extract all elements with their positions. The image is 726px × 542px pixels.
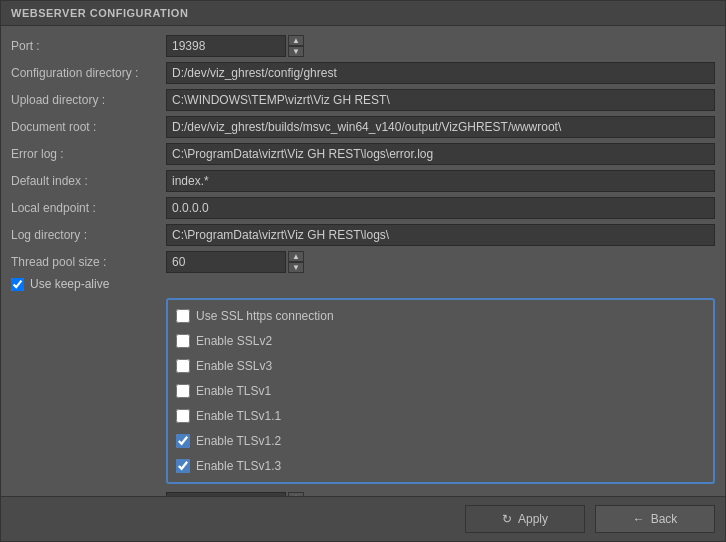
config-dir-row: Configuration directory : — [11, 61, 715, 85]
port-row: Port : ▲ ▼ — [11, 34, 715, 58]
upload-dir-input[interactable] — [166, 89, 715, 111]
log-dir-label: Log directory : — [11, 228, 166, 242]
config-dir-input[interactable] — [166, 62, 715, 84]
content-area: Port : ▲ ▼ Configuration directory : Upl… — [1, 26, 725, 496]
apply-button[interactable]: ↻ Apply — [465, 505, 585, 533]
thread-pool-input[interactable] — [166, 251, 286, 273]
ssl-v3-checkbox[interactable] — [176, 359, 190, 373]
footer: ↻ Apply ← Back — [1, 496, 725, 541]
error-log-label: Error log : — [11, 147, 166, 161]
local-endpoint-label: Local endpoint : — [11, 201, 166, 215]
ssl-options-box: Use SSL https connection Enable SSLv2 En… — [166, 298, 715, 484]
tls-v1-1-row: Enable TLSv1.1 — [176, 405, 705, 427]
thread-pool-spinner-btns: ▲ ▼ — [288, 251, 304, 273]
back-button[interactable]: ← Back — [595, 505, 715, 533]
tls-v1-3-row: Enable TLSv1.3 — [176, 455, 705, 477]
tls-v1-3-label[interactable]: Enable TLSv1.3 — [196, 459, 281, 473]
port-spinner-btns: ▲ ▼ — [288, 35, 304, 57]
thread-pool-increment[interactable]: ▲ — [288, 251, 304, 262]
doc-root-input[interactable] — [166, 116, 715, 138]
thread-pool-spinner-group: ▲ ▼ — [166, 251, 304, 273]
local-endpoint-input[interactable] — [166, 197, 715, 219]
title-bar: WEBSERVER CONFIGURATION — [1, 1, 725, 26]
ssl-v2-row: Enable SSLv2 — [176, 330, 705, 352]
webserver-config-window: WEBSERVER CONFIGURATION Port : ▲ ▼ Confi… — [0, 0, 726, 542]
tls-v1-row: Enable TLSv1 — [176, 380, 705, 402]
tls-v1-2-checkbox[interactable] — [176, 434, 190, 448]
default-index-row: Default index : — [11, 169, 715, 193]
upload-dir-row: Upload directory : — [11, 88, 715, 112]
tls-v1-3-checkbox[interactable] — [176, 459, 190, 473]
tls-v1-checkbox[interactable] — [176, 384, 190, 398]
tls-v1-label[interactable]: Enable TLSv1 — [196, 384, 271, 398]
tls-v1-1-label[interactable]: Enable TLSv1.1 — [196, 409, 281, 423]
window-title: WEBSERVER CONFIGURATION — [11, 7, 188, 19]
port-input[interactable] — [166, 35, 286, 57]
keepalive-label[interactable]: Use keep-alive — [30, 277, 109, 291]
error-log-row: Error log : — [11, 142, 715, 166]
ssl-https-label[interactable]: Use SSL https connection — [196, 309, 334, 323]
default-index-label: Default index : — [11, 174, 166, 188]
thread-pool-row: Thread pool size : ▲ ▼ — [11, 250, 715, 274]
apply-icon: ↻ — [502, 512, 512, 526]
back-label: Back — [651, 512, 678, 526]
tls-v1-2-row: Enable TLSv1.2 — [176, 430, 705, 452]
log-dir-input[interactable] — [166, 224, 715, 246]
thread-pool-label: Thread pool size : — [11, 255, 166, 269]
ssl-v2-label[interactable]: Enable SSLv2 — [196, 334, 272, 348]
tls-v1-1-checkbox[interactable] — [176, 409, 190, 423]
upload-dir-label: Upload directory : — [11, 93, 166, 107]
ssl-v3-row: Enable SSLv3 — [176, 355, 705, 377]
ssl-v2-checkbox[interactable] — [176, 334, 190, 348]
doc-root-label: Document root : — [11, 120, 166, 134]
port-decrement[interactable]: ▼ — [288, 46, 304, 57]
apply-label: Apply — [518, 512, 548, 526]
keepalive-checkbox[interactable] — [11, 278, 24, 291]
ssl-https-checkbox[interactable] — [176, 309, 190, 323]
config-dir-label: Configuration directory : — [11, 66, 166, 80]
error-log-input[interactable] — [166, 143, 715, 165]
port-spinner-group: ▲ ▼ — [166, 35, 304, 57]
port-increment[interactable]: ▲ — [288, 35, 304, 46]
default-index-input[interactable] — [166, 170, 715, 192]
local-endpoint-row: Local endpoint : — [11, 196, 715, 220]
keepalive-row: Use keep-alive — [11, 277, 715, 291]
doc-root-row: Document root : — [11, 115, 715, 139]
back-icon: ← — [633, 512, 645, 526]
log-dir-row: Log directory : — [11, 223, 715, 247]
thread-pool-decrement[interactable]: ▼ — [288, 262, 304, 273]
ssl-v3-label[interactable]: Enable SSLv3 — [196, 359, 272, 373]
ssl-https-row: Use SSL https connection — [176, 305, 705, 327]
tls-v1-2-label[interactable]: Enable TLSv1.2 — [196, 434, 281, 448]
port-label: Port : — [11, 39, 166, 53]
